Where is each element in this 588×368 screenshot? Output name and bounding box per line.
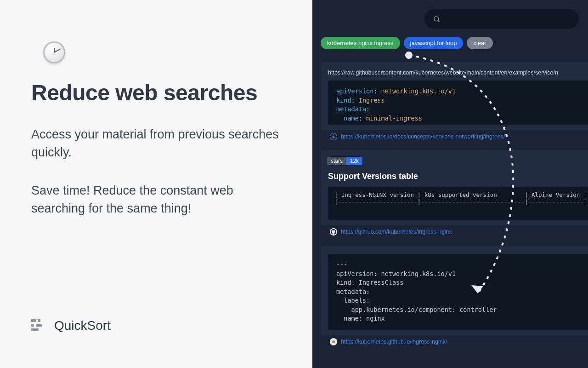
paragraph-2: Save time! Reduce the constant web searc… [31,182,279,218]
github-icon [330,228,337,236]
result-link[interactable]: https://kubernetes.io/docs/concepts/serv… [341,133,505,140]
code-block: --- apiVersion: networking.k8s.io/v1 kin… [328,254,588,330]
chip-clear[interactable]: clear [467,37,492,49]
app-panel: kubernetes nginx ingress javascript for … [312,0,588,368]
result-link[interactable]: https://kubernetes.github.io/ingress-ngi… [341,339,447,345]
stars-badge: stars12k [327,157,362,165]
result-card: https://raw.githubusercontent.com/kubern… [321,62,588,130]
result-source[interactable]: https://github.com/kubernetes/ingress-ng… [329,228,588,236]
result-link[interactable]: https://github.com/kubernetes/ingress-ng… [341,229,452,235]
result-card: stars12k Support Versions table | Ingres… [321,150,588,225]
code-block: apiVersion: networking.k8s.io/v1 kind: I… [328,80,588,125]
page-headline: Reduce web searches [31,80,312,105]
table-block: | Ingress-NGINX version | k8s supported … [328,187,588,220]
result-card: --- apiVersion: networking.k8s.io/v1 kin… [321,246,588,335]
result-source[interactable]: ⎈ https://kubernetes.io/docs/concepts/se… [329,133,588,141]
site-icon [330,338,337,345]
brand-icon [31,318,46,333]
clock-icon [42,40,68,66]
svg-line-1 [438,20,440,22]
search-icon [433,15,441,23]
card-title: Support Versions table [321,172,588,187]
result-source[interactable]: https://kubernetes.github.io/ingress-ngi… [329,338,588,346]
brand-name: QuickSort [54,318,111,333]
result-url: https://raw.githubusercontent.com/kubern… [321,68,588,80]
paragraph-1: Access your material from previous searc… [31,126,279,161]
chip-row: kubernetes nginx ingress javascript for … [321,37,588,49]
brand: QuickSort [31,318,312,333]
k8s-icon: ⎈ [330,133,337,140]
chip-kubernetes-nginx-ingress[interactable]: kubernetes nginx ingress [321,37,400,49]
svg-point-2 [405,52,413,59]
search-input[interactable] [424,9,579,29]
svg-point-0 [434,16,439,21]
chip-javascript-for-loop[interactable]: javascript for loop [404,37,464,49]
